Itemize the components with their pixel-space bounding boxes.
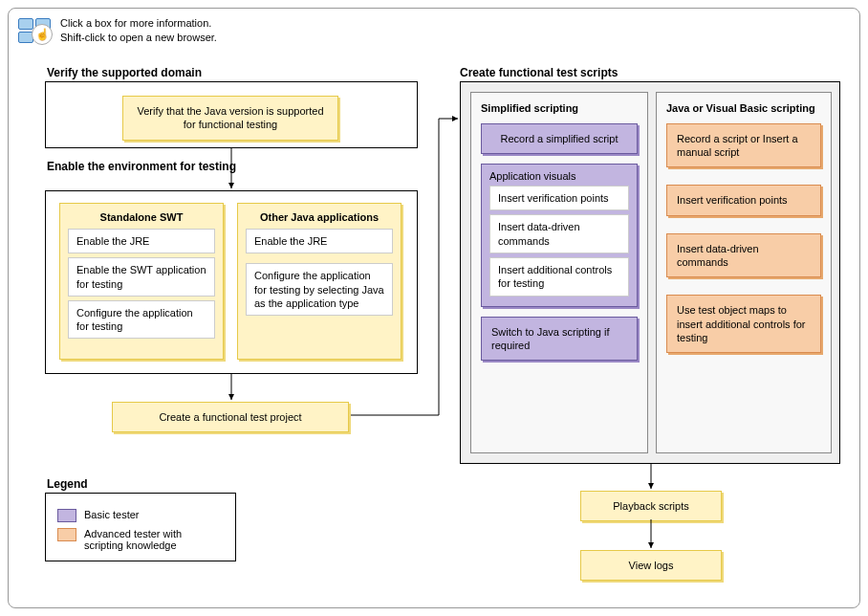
panel-other-java: Other Java applications Enable the JRE C…: [237, 203, 401, 360]
section-verify-box: Verify that the Java version is supporte…: [45, 81, 418, 148]
other-configure-app[interactable]: Configure the application for testing by…: [246, 263, 393, 316]
view-logs-box[interactable]: View logs: [580, 550, 722, 581]
legend-basic-label: Basic tester: [84, 509, 139, 520]
clickable-boxes-icon: ☝: [18, 16, 53, 47]
hint-row: ☝ Click a box for more information. Shif…: [18, 16, 217, 47]
appvis-insert-controls[interactable]: Insert additional controls for testing: [489, 257, 629, 297]
create-project-box[interactable]: Create a functional test project: [112, 402, 349, 432]
legend-box: Basic tester Advanced tester with script…: [45, 493, 236, 561]
application-visuals-title: Application visuals: [489, 170, 629, 182]
legend-title: Legend: [47, 477, 88, 491]
panel-standalone-swt: Standalone SWT Enable the JRE Enable the…: [59, 203, 224, 360]
panel-standalone-swt-title: Standalone SWT: [68, 211, 215, 223]
section-enable-box: Standalone SWT Enable the JRE Enable the…: [45, 190, 418, 374]
insert-verification-points[interactable]: Insert verification points: [666, 185, 821, 215]
section-create-scripts-box: Simplified scripting Record a simplified…: [460, 81, 840, 464]
legend-advanced-label: Advanced tester with scripting knowledge: [84, 528, 218, 551]
legend-advanced-row: Advanced tester with scripting knowledge: [57, 528, 224, 551]
panel-java-vb-title: Java or Visual Basic scripting: [666, 102, 821, 116]
switch-to-java-scripting[interactable]: Switch to Java scripting if required: [481, 317, 638, 362]
section-verify-title: Verify the supported domain: [47, 66, 202, 79]
hint-line1: Click a box for more information.: [60, 16, 217, 31]
panel-other-java-title: Other Java applications: [246, 211, 393, 223]
hint-line2: Shift-click to open a new browser.: [60, 31, 217, 45]
hint-text: Click a box for more information. Shift-…: [60, 16, 217, 45]
section-create-scripts-title: Create functional test scripts: [460, 66, 618, 79]
playback-scripts-box[interactable]: Playback scripts: [580, 491, 722, 521]
other-enable-jre[interactable]: Enable the JRE: [246, 229, 393, 253]
diagram-container: ☝ Click a box for more information. Shif…: [8, 8, 860, 608]
legend-swatch-advanced: [57, 528, 76, 541]
application-visuals-group: Application visuals Insert verification …: [481, 164, 638, 306]
panel-simplified-title: Simplified scripting: [481, 102, 638, 116]
legend-basic-row: Basic tester: [57, 509, 224, 522]
swt-enable-app[interactable]: Enable the SWT application for testing: [68, 257, 215, 297]
insert-data-driven-commands[interactable]: Insert data-driven commands: [666, 233, 821, 278]
panel-simplified-scripting: Simplified scripting Record a simplified…: [470, 92, 648, 453]
pointer-hand-icon: ☝: [32, 24, 53, 45]
verify-java-box[interactable]: Verify that the Java version is supporte…: [122, 96, 338, 141]
swt-enable-jre[interactable]: Enable the JRE: [68, 229, 215, 253]
record-or-manual-script[interactable]: Record a script or Insert a manual scrip…: [666, 123, 821, 168]
legend-swatch-basic: [57, 509, 76, 522]
section-enable-title: Enable the environment for testing: [47, 160, 238, 174]
appvis-insert-verification[interactable]: Insert verification points: [489, 186, 629, 210]
record-simplified-script[interactable]: Record a simplified script: [481, 123, 638, 154]
panel-java-vb-scripting: Java or Visual Basic scripting Record a …: [656, 92, 832, 453]
use-test-object-maps[interactable]: Use test object maps to insert additiona…: [666, 295, 821, 353]
swt-configure-app[interactable]: Configure the application for testing: [68, 300, 215, 340]
appvis-insert-datadriven[interactable]: Insert data-driven commands: [489, 214, 629, 253]
